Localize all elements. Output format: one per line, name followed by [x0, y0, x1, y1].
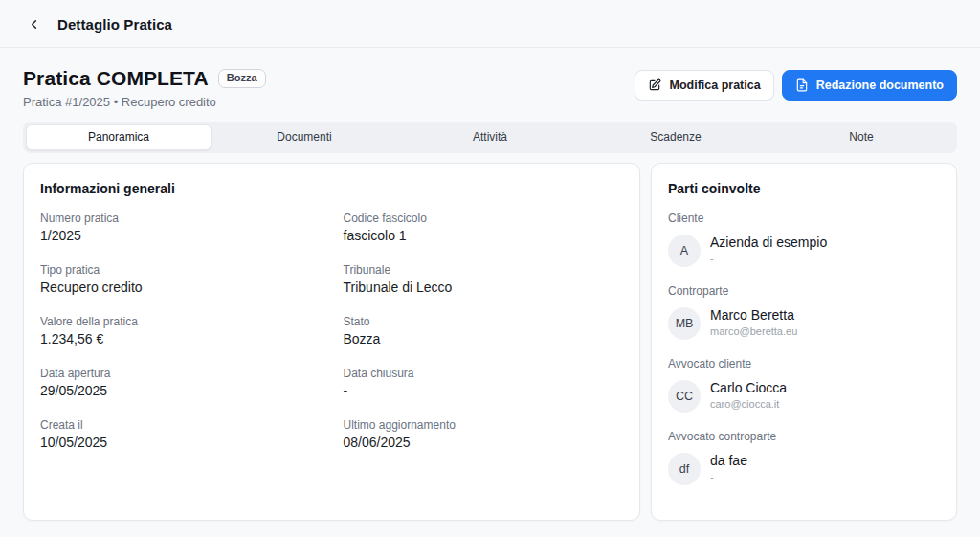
tab-note[interactable]: Note [768, 124, 954, 150]
field-valore-della-pratica: Valore della pratica 1.234,56 € [40, 315, 321, 347]
field-ultimo-aggiornamento: Ultimo aggiornamento 08/06/2025 [344, 418, 624, 450]
practice-subtitle: Pratica #1/2025 • Recupero credito [23, 95, 266, 109]
field-tipo-pratica: Tipo pratica Recupero credito [40, 263, 321, 295]
field-label: Data chiusura [344, 367, 624, 380]
party-avvocato-controparte: Avvocato controparte df da fae - [668, 430, 940, 485]
avatar: CC [668, 380, 701, 413]
status-badge: Bozza [218, 69, 266, 88]
field-value: - [344, 383, 624, 398]
general-info-title: Informazioni generali [40, 181, 623, 196]
field-label: Numero pratica [40, 212, 321, 225]
field-label: Ultimo aggiornamento [344, 418, 624, 432]
party-person: MB Marco Beretta marco@beretta.eu [668, 307, 940, 340]
draft-document-button[interactable]: Redazione documento [782, 70, 957, 101]
field-label: Creata il [40, 418, 321, 432]
field-value: Recupero credito [40, 280, 321, 295]
field-creata-il: Creata il 10/05/2025 [40, 418, 321, 450]
party-avvocato-cliente: Avvocato cliente CC Carlo Ciocca caro@ci… [668, 357, 940, 413]
party-name: Marco Beretta [710, 307, 797, 324]
field-codice-fascicolo: Codice fascicolo fascicolo 1 [344, 212, 624, 243]
action-buttons: Modifica pratica Redazione documento [635, 70, 957, 101]
document-icon [795, 78, 809, 92]
field-value: 29/05/2025 [40, 383, 321, 398]
practice-title: Pratica COMPLETA [23, 67, 209, 90]
party-role-label: Cliente [668, 212, 940, 225]
tab-panoramica[interactable]: Panoramica [26, 124, 212, 150]
tab-documenti[interactable]: Documenti [212, 124, 397, 150]
general-info-card: Informazioni generali Numero pratica 1/2… [23, 163, 640, 521]
edit-practice-label: Modifica pratica [669, 78, 760, 93]
edit-pencil-icon [648, 78, 661, 92]
party-name: Azienda di esempio [710, 235, 827, 252]
tab-attivita[interactable]: Attività [397, 124, 583, 150]
tabbar: Panoramica Documenti Attività Scadenze N… [23, 122, 957, 153]
party-person: A Azienda di esempio - [668, 235, 940, 267]
title-section: Pratica COMPLETA Bozza Pratica #1/2025 •… [0, 48, 980, 109]
parties-list: Cliente A Azienda di esempio - Contropar… [668, 212, 940, 485]
field-data-apertura: Data apertura 29/05/2025 [40, 367, 321, 398]
party-controparte: Controparte MB Marco Beretta marco@beret… [668, 284, 940, 340]
party-detail: marco@beretta.eu [710, 324, 797, 339]
party-person: CC Carlo Ciocca caro@ciocca.it [668, 380, 940, 413]
field-value: 08/06/2025 [344, 435, 624, 450]
field-value: 1/2025 [40, 228, 321, 243]
avatar: df [668, 453, 701, 485]
avatar: A [668, 235, 701, 267]
party-name: Carlo Ciocca [710, 380, 787, 397]
field-data-chiusura: Data chiusura - [344, 367, 624, 398]
parties-card: Parti coinvolte Cliente A Azienda di ese… [651, 163, 957, 521]
party-name: da fae [710, 453, 747, 470]
field-label: Tribunale [344, 263, 624, 277]
field-label: Codice fascicolo [344, 212, 624, 225]
field-tribunale: Tribunale Tribunale di Lecco [344, 263, 624, 295]
party-cliente: Cliente A Azienda di esempio - [668, 212, 940, 267]
back-button[interactable] [23, 13, 44, 34]
field-stato: Stato Bozza [344, 315, 624, 347]
party-detail: caro@ciocca.it [710, 397, 787, 412]
party-role-label: Controparte [668, 284, 940, 298]
field-value: Tribunale di Lecco [344, 280, 624, 295]
tab-scadenze[interactable]: Scadenze [583, 124, 768, 150]
party-role-label: Avvocato controparte [668, 430, 940, 443]
field-label: Valore della pratica [40, 315, 321, 328]
field-label: Tipo pratica [40, 263, 321, 277]
info-fields-grid: Numero pratica 1/2025 Codice fascicolo f… [40, 212, 623, 450]
party-detail: - [710, 470, 747, 484]
field-value: 1.234,56 € [40, 331, 321, 347]
field-value: 10/05/2025 [40, 435, 321, 450]
main-content: Informazioni generali Numero pratica 1/2… [23, 163, 957, 521]
party-detail: - [710, 252, 827, 266]
page-title: Dettaglio Pratica [57, 16, 172, 33]
parties-title: Parti coinvolte [668, 181, 940, 196]
field-label: Stato [344, 315, 624, 328]
party-role-label: Avvocato cliente [668, 357, 940, 370]
chevron-left-icon [27, 17, 41, 32]
top-header: Dettaglio Pratica [0, 0, 980, 48]
field-value: fascicolo 1 [344, 228, 624, 243]
field-numero-pratica: Numero pratica 1/2025 [40, 212, 321, 243]
edit-practice-button[interactable]: Modifica pratica [635, 70, 773, 101]
field-label: Data apertura [40, 367, 321, 380]
avatar: MB [668, 307, 701, 340]
party-person: df da fae - [668, 453, 940, 485]
field-value: Bozza [344, 331, 624, 347]
draft-document-label: Redazione documento [816, 78, 944, 93]
